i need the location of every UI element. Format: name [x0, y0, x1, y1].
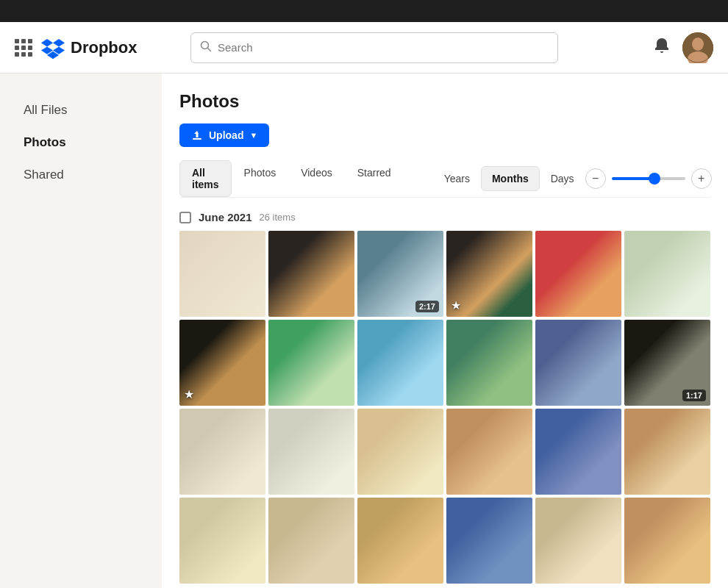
filter-tabs: All items Photos Videos Starred — [179, 160, 404, 197]
dropbox-logo-icon — [41, 36, 65, 60]
photo-item[interactable] — [624, 231, 710, 317]
header-right — [653, 32, 713, 63]
avatar[interactable] — [682, 32, 713, 63]
search-input[interactable] — [218, 41, 549, 54]
photo-item[interactable] — [535, 231, 621, 317]
photo-item[interactable] — [357, 320, 443, 406]
photo-item[interactable]: 1:17 — [624, 320, 710, 406]
zoom-in-button[interactable]: + — [691, 168, 712, 189]
photo-item[interactable] — [446, 498, 532, 584]
photo-item[interactable] — [535, 409, 621, 495]
photo-item[interactable] — [179, 498, 265, 584]
sidebar-item-photos[interactable]: Photos — [6, 128, 156, 157]
video-duration-badge: 1:17 — [682, 390, 706, 401]
filter-tab-photos[interactable]: Photos — [232, 160, 289, 197]
photo-item[interactable] — [357, 409, 443, 495]
photo-item[interactable] — [535, 320, 621, 406]
svg-point-3 — [692, 37, 704, 51]
filter-tab-videos[interactable]: Videos — [288, 160, 345, 197]
view-tab-years[interactable]: Years — [433, 166, 481, 191]
photo-item[interactable] — [179, 231, 265, 317]
svg-line-1 — [207, 48, 210, 51]
logo[interactable]: Dropbox — [41, 36, 137, 60]
view-tab-days[interactable]: Days — [540, 166, 585, 191]
content-area: Photos Upload ▼ All items Photos Videos … — [162, 74, 728, 588]
section-count: 26 items — [260, 212, 296, 223]
photo-item[interactable] — [446, 409, 532, 495]
filter-tab-starred[interactable]: Starred — [345, 160, 404, 197]
sidebar-item-all-files[interactable]: All Files — [6, 96, 156, 125]
section-checkbox[interactable] — [179, 212, 191, 223]
top-bar — [0, 0, 728, 22]
photo-item[interactable] — [446, 320, 532, 406]
page-title: Photos — [179, 91, 710, 112]
photo-item[interactable] — [624, 409, 710, 495]
zoom-control: − + — [585, 168, 712, 189]
photo-item[interactable] — [624, 498, 710, 584]
zoom-out-button[interactable]: − — [585, 168, 606, 189]
photo-item[interactable] — [535, 498, 621, 584]
notifications-icon[interactable] — [653, 37, 671, 59]
photo-item[interactable] — [268, 320, 354, 406]
main-layout: All Files Photos Shared Photos Upload ▼ … — [0, 74, 728, 588]
photo-item[interactable]: 2:17 — [357, 231, 443, 317]
starred-icon: ★ — [184, 387, 194, 401]
filter-bar: All items Photos Videos Starred Years M — [179, 160, 710, 198]
upload-icon — [191, 129, 203, 141]
photo-item[interactable] — [179, 409, 265, 495]
upload-button[interactable]: Upload ▼ — [179, 123, 269, 147]
photo-grid: 2:17★★1:17 — [179, 231, 710, 584]
zoom-slider[interactable] — [612, 177, 685, 180]
search-icon — [200, 40, 212, 55]
section-title: June 2021 — [199, 211, 252, 223]
header: Dropbox — [0, 22, 728, 74]
upload-chevron-icon: ▼ — [249, 131, 257, 140]
section-header: June 2021 26 items — [179, 211, 710, 223]
app-name: Dropbox — [71, 38, 137, 57]
sidebar: All Files Photos Shared — [0, 74, 162, 588]
svg-rect-6 — [193, 138, 201, 140]
filter-tab-all-items[interactable]: All items — [179, 160, 232, 197]
photo-item[interactable] — [268, 231, 354, 317]
photo-item[interactable]: ★ — [179, 320, 265, 406]
avatar-image — [682, 32, 713, 63]
header-left: Dropbox — [15, 36, 137, 60]
photo-item[interactable] — [268, 409, 354, 495]
photo-item[interactable] — [268, 498, 354, 584]
search-bar[interactable] — [190, 32, 558, 63]
view-tabs: Years Months Days — [433, 166, 585, 191]
grid-menu-icon[interactable] — [15, 39, 32, 57]
view-tab-months[interactable]: Months — [481, 166, 540, 191]
photo-item[interactable]: ★ — [446, 231, 532, 317]
sidebar-item-shared[interactable]: Shared — [6, 160, 156, 190]
video-duration-badge: 2:17 — [415, 301, 439, 312]
photo-item[interactable] — [357, 498, 443, 584]
starred-icon: ★ — [451, 298, 461, 312]
